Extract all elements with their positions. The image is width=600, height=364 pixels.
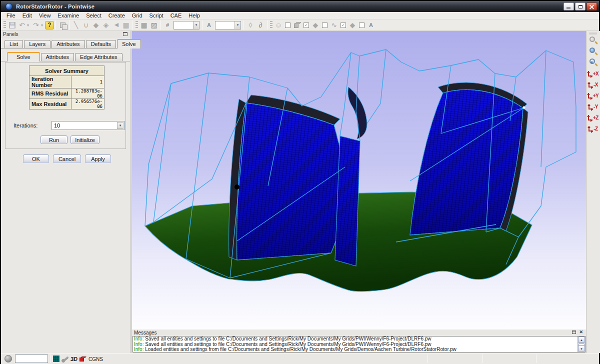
view-plus-z-button[interactable]: +Z [587, 112, 600, 123]
view-plus-y-button[interactable]: +Y [587, 90, 600, 101]
menu-script[interactable]: Script [146, 12, 167, 20]
scroll-down-icon[interactable]: ▼ [578, 346, 585, 352]
row-label: Iteration Number [30, 76, 72, 88]
spacing-tool-button[interactable]: A [204, 20, 214, 30]
cancel-button[interactable]: Cancel [53, 154, 81, 163]
run-button[interactable]: Run [40, 136, 68, 144]
domains-visibility-checkbox[interactable] [322, 22, 328, 28]
table-row: Iteration Number 1 [30, 76, 104, 88]
create-meshed-domain-button[interactable]: ◈ [101, 20, 111, 30]
view-plus-x-button[interactable]: +X [587, 68, 600, 79]
create-domain-button[interactable]: ◆ [91, 20, 101, 30]
toolbar-grip[interactable] [590, 32, 598, 34]
unstructured-grid-button[interactable]: ▨ [149, 20, 159, 30]
tab-layers[interactable]: Layers [24, 40, 50, 48]
status-bar: 3D CGNS [1, 353, 599, 364]
redo-icon: ↷ [33, 21, 39, 29]
redo-menu-button[interactable]: ▾ [41, 23, 45, 28]
title-bar[interactable]: RotorStatorRotor - Pointwise [1, 1, 599, 12]
menu-edit[interactable]: Edit [19, 12, 36, 20]
iterations-label: Iterations: [14, 122, 38, 128]
dimension-tool-button[interactable]: # [162, 20, 172, 30]
axis-icon [588, 115, 592, 120]
blocks-visibility-checkbox[interactable]: ✓ [304, 22, 309, 28]
cae-solver-label: CGNS [88, 356, 103, 362]
view-minus-y-button[interactable]: -Y [587, 102, 600, 112]
chevron-down-icon[interactable]: ▾ [117, 122, 124, 129]
zoom-fit-button[interactable] [588, 46, 599, 57]
messages-title: Messages [134, 330, 157, 336]
ok-button[interactable]: OK [23, 154, 49, 163]
show-labels-button[interactable]: A [366, 20, 376, 30]
help-button[interactable]: ? [45, 21, 54, 30]
close-button[interactable] [586, 2, 597, 10]
database-visibility-checkbox[interactable] [285, 22, 290, 28]
zoom-equal-button[interactable]: = [588, 58, 599, 68]
show-blocks-button[interactable] [292, 20, 302, 30]
structured-grid-icon: ▦ [140, 21, 147, 29]
create-connector-button[interactable]: ╲ [71, 20, 81, 30]
app-logo-icon [6, 3, 12, 10]
view-minus-x-button[interactable]: -X [587, 80, 600, 90]
structured-grid-button[interactable]: ▦ [139, 20, 149, 30]
apply-button[interactable]: Apply [85, 154, 111, 163]
rotation-point-marker[interactable] [234, 184, 240, 190]
messages-scrollbar[interactable]: ▲ ▼ [578, 336, 585, 352]
redo-button[interactable]: ↷ [31, 20, 41, 30]
dimension-combobox[interactable]: ▾ [174, 21, 200, 30]
menu-file[interactable]: File [3, 12, 19, 20]
initialize-button[interactable]: Initialize [70, 136, 100, 144]
save-button[interactable] [7, 20, 17, 30]
create-block-button[interactable]: ▦ [121, 20, 131, 30]
chevron-down-icon[interactable]: ▾ [234, 22, 240, 29]
close-panel-icon[interactable]: ✕ [579, 330, 583, 334]
scroll-up-icon[interactable]: ▲ [578, 336, 585, 343]
minimize-button[interactable] [564, 2, 574, 10]
spacings-visibility-checkbox[interactable] [359, 22, 364, 28]
menu-examine[interactable]: Examine [54, 12, 82, 20]
zoom-box-button[interactable] [588, 36, 599, 46]
tab-defaults[interactable]: Defaults [86, 40, 116, 48]
show-domains-button[interactable]: ◆ [310, 20, 320, 30]
tab-list[interactable]: List [4, 40, 23, 48]
undo-button[interactable]: ↶ [17, 20, 27, 30]
subtab-edge-attributes[interactable]: Edge Attributes [75, 53, 122, 61]
create-extrude-button[interactable]: ▲ [111, 20, 121, 30]
window-title: RotorStatorRotor - Pointwise [16, 1, 94, 12]
restore-button[interactable] [575, 2, 586, 10]
show-database-button[interactable]: ☺ [274, 20, 284, 30]
float-panel-icon[interactable] [123, 32, 128, 36]
connectors-visibility-checkbox[interactable]: ✓ [340, 22, 346, 28]
boundary-condition-button[interactable]: ∂ [256, 20, 266, 30]
messages-header: Messages ✕ [132, 330, 586, 336]
view-minus-z-button[interactable]: -Z [587, 124, 600, 134]
float-panel-icon[interactable] [572, 330, 576, 334]
smooth-button[interactable]: ◊ [246, 20, 256, 30]
toolbar-grip[interactable] [270, 21, 272, 29]
spacing-combobox[interactable]: ▾ [215, 21, 241, 30]
zoom-fit-icon [590, 48, 595, 53]
menu-cae[interactable]: CAE [167, 12, 186, 20]
chevron-down-icon[interactable]: ▾ [193, 22, 199, 29]
subtab-attributes[interactable]: Attributes [41, 53, 74, 61]
toolbar-grip[interactable] [4, 21, 6, 29]
show-spacings-button[interactable]: ◆ [348, 20, 358, 30]
menu-select[interactable]: Select [82, 12, 105, 20]
messages-panel: Messages ✕ Info: Saved all entities and … [132, 330, 586, 353]
tab-solve[interactable]: Solve [117, 39, 141, 48]
menu-help[interactable]: Help [185, 12, 204, 20]
subtab-solve[interactable]: Solve [7, 52, 40, 62]
tab-attributes[interactable]: Attributes [52, 40, 84, 48]
panels-dock: Panels List Layers Attributes Defaults S… [1, 31, 130, 353]
iterations-combobox[interactable]: 10 ▾ [52, 121, 124, 130]
messages-log[interactable]: Info: Saved all entities and settings to… [132, 336, 586, 352]
show-connectors-button[interactable]: ∿ [329, 20, 339, 30]
viewport-3d[interactable] [132, 31, 586, 330]
menu-grid[interactable]: Grid [128, 12, 146, 20]
toolbar-grip[interactable] [136, 21, 138, 29]
copy-layer-button[interactable] [58, 20, 68, 30]
create-curve-button[interactable]: ∪ [81, 20, 91, 30]
undo-menu-button[interactable]: ▾ [27, 23, 31, 28]
menu-view[interactable]: View [36, 12, 54, 20]
menu-create[interactable]: Create [105, 12, 128, 20]
